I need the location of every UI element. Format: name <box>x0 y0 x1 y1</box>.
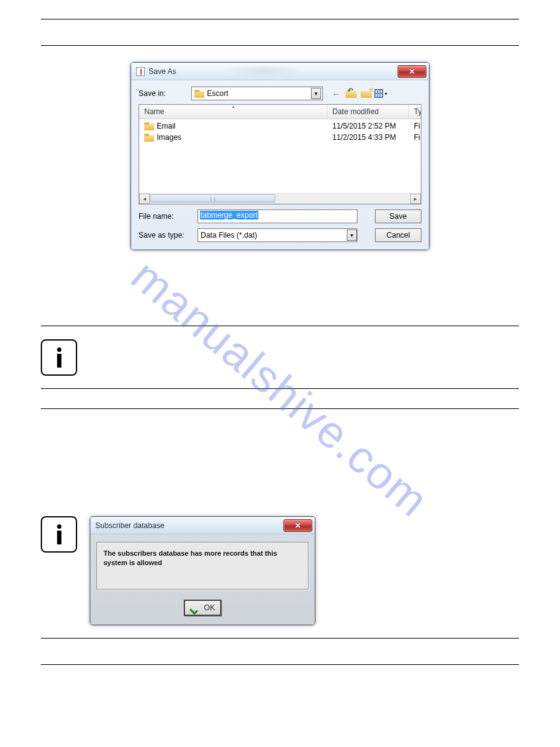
horizontal-scrollbar[interactable]: ◄ ► <box>139 193 421 204</box>
folder-icon <box>144 134 154 142</box>
back-button[interactable] <box>329 87 343 100</box>
view-icon <box>374 89 383 98</box>
info-icon <box>41 516 77 553</box>
chevron-down-icon: ▼ <box>384 92 388 96</box>
arrow-left-icon <box>332 88 341 99</box>
file-name-value: tabmerge_export <box>200 211 258 220</box>
column-name-label: Name <box>144 107 164 116</box>
save-in-value: Escort <box>207 89 311 98</box>
info-icon <box>41 339 77 376</box>
file-type: Fi <box>409 122 421 130</box>
cancel-button[interactable]: Cancel <box>375 228 421 242</box>
list-item[interactable]: Email 11/5/2015 2:52 PM Fi <box>139 120 421 132</box>
column-name[interactable]: Name ▴ <box>139 105 327 119</box>
subscriber-titlebar[interactable]: Subscriber database ✕ <box>90 517 315 534</box>
file-date: 11/2/2015 4:33 PM <box>327 133 409 142</box>
save-as-titlebar[interactable]: Save As ✕ <box>131 63 429 80</box>
folder-icon <box>194 90 204 98</box>
folder-up-icon <box>346 89 357 98</box>
ok-button[interactable]: OK <box>184 600 221 616</box>
save-in-label: Save in: <box>139 89 191 98</box>
subscriber-title: Subscriber database <box>95 521 164 530</box>
file-date: 11/5/2015 2:52 PM <box>327 122 409 130</box>
chevron-down-icon[interactable]: ▼ <box>347 230 357 241</box>
scroll-thumb[interactable] <box>150 194 275 203</box>
save-as-type-value: Data Files (*.dat) <box>201 231 257 240</box>
scroll-track[interactable] <box>150 194 410 204</box>
new-folder-button[interactable] <box>359 87 373 100</box>
view-menu-button[interactable]: ▼ <box>374 87 388 100</box>
up-one-level-button[interactable] <box>344 87 358 100</box>
subscriber-database-dialog: Subscriber database ✕ The subscribers da… <box>90 516 315 625</box>
file-name-label: File name: <box>139 212 191 221</box>
close-icon: ✕ <box>409 67 415 76</box>
column-type-label: Ty <box>414 107 421 116</box>
message-panel: The subscribers database has more record… <box>97 542 309 590</box>
close-button[interactable]: ✕ <box>283 519 312 532</box>
save-as-title: Save As <box>149 67 176 76</box>
column-date-modified[interactable]: Date modified <box>327 105 409 119</box>
save-in-dropdown[interactable]: Escort ▼ <box>191 87 323 100</box>
close-icon: ✕ <box>295 521 301 530</box>
file-list-header[interactable]: Name ▴ Date modified Ty <box>139 105 421 119</box>
chevron-down-icon[interactable]: ▼ <box>311 88 321 99</box>
save-as-type-dropdown[interactable]: Data Files (*.dat) ▼ <box>198 228 357 242</box>
file-type: Fi <box>409 133 421 142</box>
folder-icon <box>144 122 154 130</box>
file-list[interactable]: Name ▴ Date modified Ty Email 11/5/2015 … <box>139 104 421 204</box>
column-date-label: Date modified <box>332 107 379 116</box>
list-item[interactable]: Images 11/2/2015 4:33 PM Fi <box>139 132 421 143</box>
save-as-dialog: Save As ✕ Save in: Escort ▼ <box>130 62 430 250</box>
app-icon <box>136 67 145 76</box>
sort-indicator-icon: ▴ <box>232 104 235 109</box>
check-icon <box>190 603 201 613</box>
save-button[interactable]: Save <box>375 209 421 223</box>
file-name: Images <box>157 133 181 142</box>
titlebar-smudge <box>225 65 300 77</box>
message-text: The subscribers database has more record… <box>103 549 277 566</box>
ok-label: OK <box>204 603 214 612</box>
scroll-right-button[interactable]: ► <box>410 194 421 204</box>
close-button[interactable]: ✕ <box>398 65 426 78</box>
scroll-left-button[interactable]: ◄ <box>139 194 150 204</box>
column-type[interactable]: Ty <box>409 105 421 119</box>
save-as-type-label: Save as type: <box>139 231 191 240</box>
file-name: Email <box>157 122 176 130</box>
folder-new-icon <box>361 89 372 98</box>
file-name-input[interactable]: tabmerge_export <box>198 209 357 223</box>
